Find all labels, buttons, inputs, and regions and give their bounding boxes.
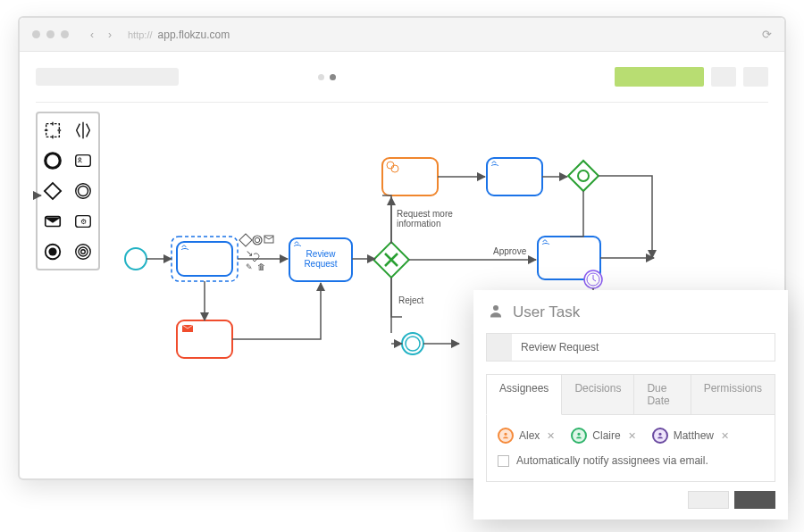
remove-icon[interactable]: ✕ (721, 430, 729, 442)
secondary-button-1[interactable] (711, 67, 736, 87)
svg-text:↘: ↘ (246, 248, 253, 258)
svg-text:🗑: 🗑 (257, 262, 265, 271)
primary-button[interactable] (615, 67, 704, 87)
page-indicator (318, 74, 336, 80)
edge-label-reject: Reject (398, 295, 424, 305)
back-button[interactable]: ‹ (83, 26, 101, 44)
task-label-line2: Request (304, 259, 337, 269)
svg-point-17 (255, 237, 259, 242)
remove-icon[interactable]: ✕ (628, 430, 636, 442)
task-name-value: Review Request (512, 334, 775, 361)
address-bar[interactable]: http:// app.flokzu.com (128, 25, 753, 45)
avatar-icon (498, 428, 514, 444)
tab-assignees[interactable]: Assignees (486, 374, 562, 415)
task-blue-top[interactable] (487, 158, 542, 195)
assignee-name: Matthew (674, 429, 714, 442)
tab-permissions[interactable]: Permissions (691, 374, 775, 415)
input-icon-slot (487, 334, 512, 361)
svg-point-16 (253, 236, 262, 245)
tab-body: Alex ✕ Claire ✕ Matthew ✕ Automatically … (486, 414, 775, 482)
assignee-name: Alex (519, 429, 540, 442)
page-dot (318, 74, 324, 80)
inclusive-gateway[interactable] (568, 161, 599, 191)
confirm-button[interactable] (734, 491, 775, 509)
svg-rect-15 (239, 234, 252, 246)
panel-footer (473, 482, 788, 520)
svg-text:ReviewRequest: ReviewRequest (304, 249, 337, 269)
browser-chrome-bar: ‹ › http:// app.flokzu.com ⟳ (20, 18, 784, 52)
notify-label: Automatically notify assignees via email… (516, 454, 708, 467)
url-scheme: http:// (128, 29, 153, 40)
app-topbar (20, 52, 784, 102)
cancel-button[interactable] (688, 491, 729, 509)
edge-label-request-more-1: Request more (397, 209, 453, 219)
refresh-icon[interactable]: ⟳ (762, 28, 772, 41)
remove-icon[interactable]: ✕ (547, 430, 555, 442)
edge-label-request-more-2: information (397, 219, 440, 229)
panel-header: User Task (473, 290, 788, 333)
forward-button[interactable]: › (101, 26, 119, 44)
secondary-button-2[interactable] (743, 67, 768, 87)
user-task-selected[interactable] (177, 242, 232, 276)
window-min-icon[interactable] (46, 30, 54, 38)
tab-decisions[interactable]: Decisions (561, 374, 634, 415)
avatar-icon (571, 428, 587, 444)
svg-text:✎: ✎ (246, 262, 253, 271)
url-text: app.flokzu.com (158, 29, 230, 41)
assignee-chip[interactable]: Alex ✕ (498, 428, 555, 444)
task-name-input[interactable]: Review Request (486, 333, 775, 362)
checkbox-icon[interactable] (498, 455, 509, 467)
start-event[interactable] (125, 248, 147, 270)
notify-checkbox-row[interactable]: Automatically notify assignees via email… (498, 454, 764, 467)
window-close-icon[interactable] (32, 30, 40, 38)
assignee-chip[interactable]: Claire ✕ (571, 428, 635, 444)
logo-placeholder (36, 68, 179, 86)
panel-tabs: Assignees Decisions Due Date Permissions (486, 374, 775, 415)
context-toolbar: ↘ ✎ 🗑 (239, 234, 273, 271)
panel-title: User Task (513, 303, 580, 321)
avatar-icon (652, 428, 668, 444)
assignee-list: Alex ✕ Claire ✕ Matthew ✕ (498, 428, 764, 444)
page-dot-active (330, 74, 336, 80)
window-max-icon[interactable] (61, 30, 69, 38)
user-icon (488, 303, 504, 322)
window-controls (32, 30, 69, 38)
tab-due-date[interactable]: Due Date (633, 374, 691, 415)
edge-label-approve: Approve (493, 246, 527, 256)
task-label-line1: Review (306, 249, 337, 259)
assignee-name: Claire (592, 429, 620, 442)
task-orange-top[interactable] (382, 158, 438, 195)
assignee-chip[interactable]: Matthew ✕ (652, 428, 729, 444)
properties-panel: User Task Review Request Assignees Decis… (473, 290, 788, 520)
